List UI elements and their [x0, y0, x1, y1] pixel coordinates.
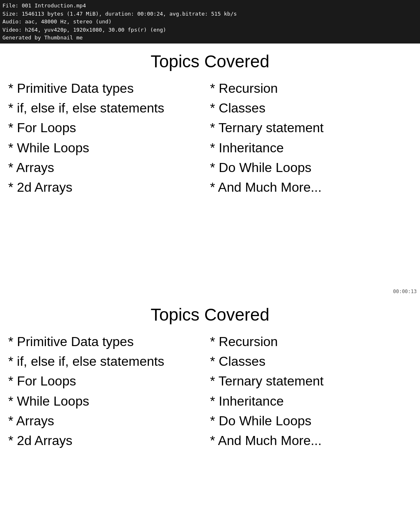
list-item: * 2d Arrays: [8, 431, 210, 450]
panel1-title: Topics Covered: [4, 52, 416, 71]
list-item: * And Much More...: [210, 178, 412, 197]
list-item: * Classes: [210, 99, 412, 117]
list-item: * if, else if, else statements: [8, 99, 210, 117]
panel1-timestamp: 00:00:13: [393, 289, 417, 294]
panel2-left-column: * Primitive Data types * if, else if, el…: [8, 332, 210, 450]
list-item: * While Loops: [8, 138, 210, 157]
file-info-line5: Generated by Thumbnail me: [2, 34, 418, 42]
list-item: * Ternary statement: [210, 118, 412, 137]
list-item: * 2d Arrays: [8, 178, 210, 197]
list-item: * Recursion: [210, 332, 412, 351]
list-item: * Primitive Data types: [8, 79, 210, 98]
list-item: * Ternary statement: [210, 372, 412, 390]
panel2-title: Topics Covered: [4, 305, 416, 325]
list-item: * While Loops: [8, 392, 210, 411]
list-item: * And Much More...: [210, 431, 412, 450]
list-item: * Do While Loops: [210, 158, 412, 177]
list-item: * Inheritance: [210, 392, 412, 411]
file-info-bar: File: 001 Introduction.mp4 Size: 1546113…: [0, 0, 420, 44]
list-item: * Primitive Data types: [8, 332, 210, 351]
list-item: * Classes: [210, 352, 412, 371]
file-info-line2: Size: 1546113 bytes (1.47 MiB), duration…: [2, 10, 418, 18]
list-item: * Inheritance: [210, 138, 412, 157]
panel2-right-column: * Recursion * Classes * Ternary statemen…: [210, 332, 412, 450]
list-item: * Do While Loops: [210, 411, 412, 430]
panel1-left-column: * Primitive Data types * if, else if, el…: [8, 79, 210, 197]
list-item: * For Loops: [8, 118, 210, 137]
list-item: * Recursion: [210, 79, 412, 98]
file-info-line4: Video: h264, yuv420p, 1920x1080, 30.00 f…: [2, 26, 418, 34]
thumbnail-panel-1: Topics Covered * Primitive Data types * …: [0, 44, 420, 297]
list-item: * For Loops: [8, 372, 210, 390]
thumbnail-panel-2: Topics Covered * Primitive Data types * …: [0, 297, 420, 507]
list-item: * Arrays: [8, 411, 210, 430]
file-info-line1: File: 001 Introduction.mp4: [2, 2, 418, 10]
list-item: * if, else if, else statements: [8, 352, 210, 371]
panel2-topics-grid: * Primitive Data types * if, else if, el…: [4, 332, 416, 450]
file-info-line3: Audio: aac, 48000 Hz, stereo (und): [2, 18, 418, 26]
panel1-topics-grid: * Primitive Data types * if, else if, el…: [4, 79, 416, 197]
list-item: * Arrays: [8, 158, 210, 177]
panel1-right-column: * Recursion * Classes * Ternary statemen…: [210, 79, 412, 197]
